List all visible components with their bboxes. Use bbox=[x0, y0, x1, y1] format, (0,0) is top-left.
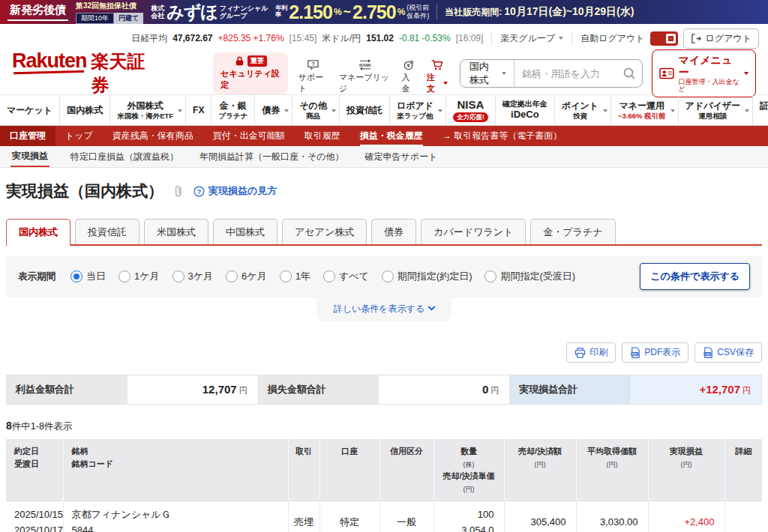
subnav-annual-pl[interactable]: 年間損益計算（一般口座・その他） bbox=[189, 146, 355, 167]
expand-conditions-link[interactable]: 詳しい条件を表示する bbox=[334, 303, 434, 315]
apply-filter-button[interactable]: この条件で表示する bbox=[640, 263, 750, 290]
tab-covered-warrant[interactable]: カバードワラント bbox=[421, 219, 526, 244]
col-name: 銘柄銘柄コード bbox=[63, 439, 288, 501]
col-amount: 売却/決済額(円) bbox=[504, 439, 576, 501]
paperclip-icon[interactable] bbox=[172, 184, 184, 198]
lock-icon bbox=[234, 55, 245, 67]
support-button[interactable]: ? サポート bbox=[298, 59, 328, 94]
nav-buying-power[interactable]: 買付・出金可能額 bbox=[203, 126, 295, 146]
nav-top[interactable]: トップ bbox=[56, 126, 103, 146]
tab-gold-platinum[interactable]: 金・プラチナ bbox=[530, 219, 615, 244]
nav-ideco[interactable]: 確定拠出年金 iDeCo bbox=[495, 95, 554, 125]
radio-1month[interactable]: 1ケ月 bbox=[118, 270, 160, 283]
cell-name[interactable]: 京都フィナンシャルＧ5844 bbox=[63, 501, 288, 532]
loss-total-group: 損失金額合計 0円 bbox=[258, 375, 510, 404]
subnav-tax-support[interactable]: 確定申告サポート bbox=[355, 146, 448, 167]
chevron-down-icon bbox=[178, 109, 182, 112]
realized-pl-table: 約定日受渡日 銘柄銘柄コード 取引 口座 信用区分 数量(株)売却/決済単価(円… bbox=[6, 439, 762, 532]
my-menu-button[interactable]: マイメニュー 口座管理・入出金など bbox=[652, 49, 756, 98]
sales-period: 当社販売期間: 10月17日(金)~10月29日(水) bbox=[445, 5, 634, 19]
rakuten-group-dropdown[interactable]: 楽天グループ bbox=[500, 32, 563, 45]
realized-pl-total-label: 実現損益合計 bbox=[510, 375, 631, 404]
logout-button[interactable]: ログアウト bbox=[683, 28, 759, 49]
result-count: 8件中1-8件表示 bbox=[6, 420, 762, 433]
money-bridge-button[interactable]: BANK マネーブリッジ bbox=[339, 59, 392, 94]
loss-total-value: 0円 bbox=[379, 375, 509, 404]
radio-icon bbox=[280, 270, 292, 282]
nav-pl-tax-history[interactable]: 損益・税金履歴 bbox=[350, 126, 433, 146]
market-ticker-bar: 日経平均 47,672.67 +825.35 +1.76% [15:45] 米ド… bbox=[0, 24, 768, 52]
realized-pl-total-group: 実現損益合計 +12,707円 bbox=[509, 375, 761, 404]
mizuho-bond-ad-banner[interactable]: 新発劣後債 第32回無担保社債 期間10年 円建て 株式 会社 みずほ フィナン… bbox=[0, 0, 768, 24]
radio-today[interactable]: 当日 bbox=[70, 270, 106, 283]
nav-other-products[interactable]: その他 商品 bbox=[292, 95, 339, 125]
print-button[interactable]: 印刷 bbox=[566, 342, 616, 363]
nav-gold-platinum[interactable]: 金・銀 プラチナ bbox=[211, 95, 254, 125]
profit-total-group: 利益金額合計 12,707円 bbox=[7, 375, 258, 404]
cell-avg-cost: 3,030.00 bbox=[576, 501, 648, 532]
nav-point-invest[interactable]: ポイント 投資 bbox=[554, 95, 610, 125]
radio-all[interactable]: すべて bbox=[323, 270, 369, 283]
tab-bonds[interactable]: 債券 bbox=[371, 219, 416, 244]
cell-account: 特定 bbox=[320, 501, 380, 532]
csv-save-button[interactable]: CSV CSV保存 bbox=[694, 342, 762, 363]
auto-logout-label: 自動ログアウト bbox=[580, 32, 644, 45]
interest-rate: 年利 率 2.150 % ~ 2.750 % (税引前 仮条件) bbox=[275, 1, 429, 23]
radio-6month[interactable]: 6ケ月 bbox=[226, 270, 267, 283]
cell-detail bbox=[724, 501, 762, 532]
nav-foreign-stock[interactable]: 外国株式 米国株・海外ETF bbox=[110, 95, 185, 125]
pdf-file-icon: PDF bbox=[630, 347, 640, 358]
auto-logout-toggle[interactable] bbox=[650, 31, 678, 46]
deposit-button[interactable]: ¥ 入金 bbox=[401, 59, 416, 94]
nav-asset-balance[interactable]: 資産残高・保有商品 bbox=[103, 126, 203, 146]
nav-securities-loan[interactable]: 証券担保 ローン bbox=[752, 95, 768, 125]
order-button[interactable]: 注文 bbox=[427, 59, 448, 94]
subnav-realized-pl[interactable]: 実現損益 bbox=[0, 146, 60, 167]
tab-funds[interactable]: 投資信託 bbox=[75, 219, 140, 244]
radio-3month[interactable]: 3ケ月 bbox=[172, 270, 214, 283]
tab-china-stock[interactable]: 中国株式 bbox=[213, 219, 278, 244]
search-category-select[interactable]: 国内株式 bbox=[460, 60, 514, 87]
chevron-down-icon bbox=[744, 72, 748, 75]
nav-roboad[interactable]: ロボアド 楽ラップ他 bbox=[389, 95, 446, 125]
period-filter-label: 表示期間 bbox=[18, 270, 56, 283]
table-header-row: 約定日受渡日 銘柄銘柄コード 取引 口座 信用区分 数量(株)売却/決済単価(円… bbox=[6, 439, 762, 501]
radio-icon bbox=[172, 270, 184, 282]
nav-fx[interactable]: FX bbox=[185, 95, 211, 125]
chevron-down-icon bbox=[332, 109, 336, 112]
search-control: 国内株式 bbox=[460, 59, 643, 88]
radio-custom-settle-date[interactable]: 期間指定(受渡日) bbox=[484, 270, 575, 283]
nav-domestic-stock[interactable]: 国内株式 bbox=[59, 95, 110, 125]
pl-sub-nav: 実現損益 特定口座損益（譲渡益税） 年間損益計算（一般口座・その他） 確定申告サ… bbox=[0, 146, 768, 168]
nav-nisa[interactable]: NISA 全力応援! bbox=[446, 95, 495, 125]
nav-market[interactable]: マーケット bbox=[0, 95, 59, 125]
nikkei-label: 日経平均 bbox=[131, 32, 167, 45]
nav-trade-history[interactable]: 取引履歴 bbox=[295, 126, 350, 146]
nav-funds[interactable]: 投資信託 bbox=[339, 95, 389, 125]
realized-pl-total-value: +12,707円 bbox=[631, 375, 761, 404]
nav-bonds[interactable]: 債券 bbox=[254, 95, 292, 125]
nav-account-management[interactable]: 口座管理 bbox=[0, 126, 56, 146]
mizuho-logo: 株式 会社 みずほ フィナンシャル グループ bbox=[151, 1, 268, 24]
nav-advisor[interactable]: アドバイザー 運用相談 bbox=[678, 95, 752, 125]
search-icon[interactable] bbox=[621, 67, 642, 80]
nav-trade-reports[interactable]: → 取引報告書等（電子書面） bbox=[433, 126, 572, 146]
chevron-down-icon bbox=[502, 72, 506, 75]
radio-custom-trade-date[interactable]: 期間指定(約定日) bbox=[382, 270, 472, 283]
radio-1year[interactable]: 1年 bbox=[280, 270, 310, 283]
pl-help-link[interactable]: ? 実現損益の見方 bbox=[194, 184, 277, 198]
nav-money-management[interactable]: マネー運用 ~3.66% 税引前 bbox=[610, 95, 678, 125]
rakuten-securities-logo[interactable]: Rakuten 楽天証券 bbox=[12, 49, 150, 97]
nikkei-change: +825.35 +1.76% bbox=[218, 33, 284, 43]
pdf-view-button[interactable]: PDF PDF表示 bbox=[622, 342, 688, 363]
search-input[interactable] bbox=[514, 68, 621, 79]
subnav-specific-account-pl[interactable]: 特定口座損益（譲渡益税） bbox=[60, 146, 189, 167]
account-nav: 口座管理 トップ 資産残高・保有商品 買付・出金可能額 取引履歴 損益・税金履歴… bbox=[0, 126, 768, 146]
tab-us-stock[interactable]: 米国株式 bbox=[144, 219, 208, 244]
printer-icon bbox=[574, 348, 586, 358]
tab-asean-stock[interactable]: アセアン株式 bbox=[282, 219, 367, 244]
profit-total-value: 12,707円 bbox=[128, 375, 258, 404]
tab-domestic-stock[interactable]: 国内株式 bbox=[6, 219, 70, 246]
security-settings-button[interactable]: 重要 セキュリティ設定 bbox=[213, 52, 288, 94]
chevron-down-icon bbox=[559, 37, 563, 40]
